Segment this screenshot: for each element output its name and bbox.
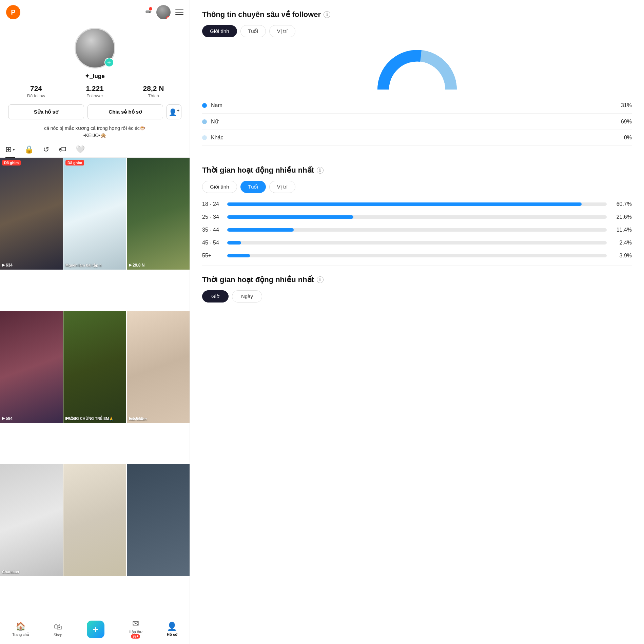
pill-age[interactable]: Tuổi xyxy=(240,25,266,37)
video-views: ▶ 5.643 xyxy=(129,416,143,421)
heart-icon: 🤍 xyxy=(76,145,85,154)
video-thumb[interactable] xyxy=(63,464,126,576)
bar-fill xyxy=(227,202,582,206)
video-thumb[interactable]: Đã ghim▶ 634 xyxy=(0,158,63,270)
bar-track xyxy=(227,241,607,245)
nav-home[interactable]: 🏠 Trang chủ xyxy=(12,622,29,637)
legend-name: Khác xyxy=(211,135,223,141)
grid-icon: ⊞ xyxy=(5,145,12,154)
legend-dot xyxy=(202,119,207,124)
bar-pct: 21.6% xyxy=(611,214,632,220)
profile-section: + ✦_luge 724 Đã follow 1.221 Follower 28… xyxy=(0,24,190,145)
legend-name: Nữ xyxy=(211,118,218,125)
legend-pct: 69% xyxy=(621,119,632,125)
legend-item: Nam 31% xyxy=(202,102,632,114)
tab-tagged[interactable]: 🏷 xyxy=(59,145,66,157)
time-pill-day[interactable]: Ngày xyxy=(232,290,262,303)
pinned-badge: Đã ghim xyxy=(65,160,84,165)
share-profile-button[interactable]: Chia sẻ hồ sơ xyxy=(87,104,163,119)
activity2-info-icon[interactable]: ℹ xyxy=(317,276,324,283)
action-buttons: Sửa hồ sơ Chia sẻ hồ sơ 👤+ xyxy=(7,104,183,119)
tab-liked[interactable]: 🤍 xyxy=(76,145,85,157)
shop-label: Shop xyxy=(54,633,62,637)
video-text-overlay: Mquên làm bài tập n xyxy=(65,263,102,268)
right-panel: Thông tin chuyên sâu về follower ℹ Giới … xyxy=(190,0,644,644)
nav-shop[interactable]: 🛍 Shop xyxy=(54,622,62,637)
activity-pill-age[interactable]: Tuổi xyxy=(240,181,266,193)
activity-pill-location[interactable]: Vị trí xyxy=(269,181,296,193)
avatar-wrap: + xyxy=(75,28,115,69)
legend-pct: 31% xyxy=(621,102,632,109)
activity-pill-gender[interactable]: Giới tính xyxy=(202,181,237,193)
video-thumb[interactable] xyxy=(127,464,190,576)
bar-row: 45 - 54 2.4% xyxy=(202,240,632,246)
follower-info-icon[interactable]: ℹ xyxy=(324,11,330,18)
activity-title-text: Thời gian hoạt động nhiều nhất xyxy=(202,166,314,175)
time-pills: Giờ Ngày xyxy=(202,290,632,303)
donut-chart xyxy=(376,45,458,93)
premium-badge: P xyxy=(6,5,20,19)
bar-row: 35 - 44 11.4% xyxy=(202,227,632,233)
video-text-overlay: Character xyxy=(2,570,19,574)
bar-label: 35 - 44 xyxy=(202,227,222,233)
video-thumb[interactable]: ▶ 29,8 N xyxy=(127,158,190,270)
nav-create[interactable]: + xyxy=(87,621,104,638)
tab-dropdown: ▾ xyxy=(13,148,15,152)
inbox-badge: 99+ xyxy=(131,634,140,639)
video-grid: Đã ghim▶ 634Đã ghimMquên làm bài tập n▶ … xyxy=(0,158,190,617)
nav-avatar[interactable]: 99 xyxy=(156,5,171,19)
bar-label: 55+ xyxy=(202,253,222,259)
video-views: ▶ 553 xyxy=(65,416,76,421)
lock-icon: 🔒 xyxy=(24,145,34,154)
video-views: ▶ 584 xyxy=(2,416,13,421)
edit-profile-button[interactable]: Sửa hồ sơ xyxy=(8,104,84,119)
bar-track xyxy=(227,215,607,219)
play-icon: ▶ xyxy=(129,416,132,421)
nav-profile[interactable]: 👤 Hồ sơ xyxy=(167,622,177,637)
bar-row: 18 - 24 60.7% xyxy=(202,201,632,207)
video-thumb[interactable]: Đã ghimMquên làm bài tập n xyxy=(63,158,126,270)
following-label: Đã follow xyxy=(27,93,45,98)
tab-private[interactable]: 🔒 xyxy=(24,145,34,157)
nav-left: P xyxy=(6,5,20,19)
nav-inbox[interactable]: ✉ Hộp thư 99+ xyxy=(129,619,142,640)
bar-track xyxy=(227,202,607,206)
video-thumb[interactable]: Character xyxy=(0,464,63,576)
activity-info-icon[interactable]: ℹ xyxy=(317,167,324,174)
video-thumb[interactable]: hair color:▶ 5.643 xyxy=(127,311,190,423)
bio-line2: •KEIJO•🙊 xyxy=(83,133,106,138)
bottom-nav: 🏠 Trang chủ 🛍 Shop + ✉ Hộp thư 99+ 👤 Hồ … xyxy=(0,617,190,644)
stat-followers: 1.221 Follower xyxy=(65,84,124,98)
followers-value: 1.221 xyxy=(86,84,104,93)
tab-videos[interactable]: ⊞ ▾ xyxy=(5,145,15,157)
pill-location[interactable]: Vị trí xyxy=(269,25,296,37)
edit-button[interactable]: ✏ xyxy=(145,8,152,17)
time-pill-hour[interactable]: Giờ xyxy=(202,290,229,303)
bar-row: 25 - 34 21.6% xyxy=(202,214,632,220)
activity-section-title: Thời gian hoạt động nhiều nhất ℹ xyxy=(202,166,632,175)
bar-pct: 3.9% xyxy=(611,253,632,259)
legend-item: Nữ 69% xyxy=(202,118,632,130)
bar-pct: 2.4% xyxy=(611,240,632,246)
tab-repost[interactable]: ↺ xyxy=(43,145,49,157)
legend-name: Nam xyxy=(211,102,222,109)
pinned-badge: Đã ghim xyxy=(2,160,21,165)
activity2-section: Thời gian hoạt động nhiều nhất ℹ Giờ Ngà… xyxy=(202,275,632,303)
pill-gender[interactable]: Giới tính xyxy=(202,25,237,37)
legend-left: Nam xyxy=(202,102,222,109)
create-button[interactable]: + xyxy=(87,621,104,638)
activity-filter-pills: Giới tính Tuổi Vị trí xyxy=(202,181,632,193)
video-thumb[interactable]: TRÔNG CHỪNG TRẺ EM🙏▶ 553 xyxy=(63,311,126,423)
add-friend-button[interactable]: 👤+ xyxy=(167,104,181,119)
legend-left: Khác xyxy=(202,135,223,141)
video-thumb[interactable]: ▶ 584 xyxy=(0,311,63,423)
bar-fill xyxy=(227,215,353,219)
shop-icon: 🛍 xyxy=(54,622,62,631)
avatar-add-button[interactable]: + xyxy=(104,58,114,67)
home-label: Trang chủ xyxy=(12,632,29,637)
following-value: 724 xyxy=(30,84,42,93)
stat-following: 724 Đã follow xyxy=(7,84,65,98)
hamburger-menu[interactable] xyxy=(175,9,183,15)
likes-label: Thích xyxy=(148,93,159,98)
legend-left: Nữ xyxy=(202,118,218,125)
